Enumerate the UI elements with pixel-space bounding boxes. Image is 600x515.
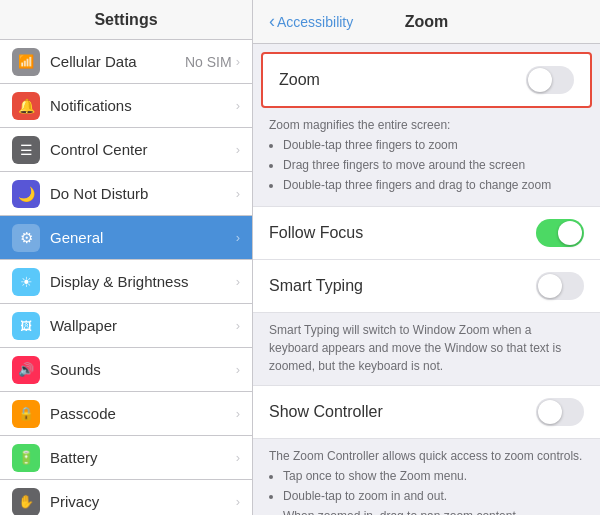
sidebar-item-battery[interactable]: 🔋 Battery › (0, 436, 252, 480)
display-brightness-icon: ☀ (12, 268, 40, 296)
sidebar-label-sounds: Sounds (50, 361, 236, 378)
sidebar-label-privacy: Privacy (50, 493, 236, 510)
smart-typing-description-text: Smart Typing will switch to Window Zoom … (269, 323, 561, 373)
sidebar-item-cellular[interactable]: 📶 Cellular Data No SIM › (0, 40, 252, 84)
passcode-icon: 🔒 (12, 400, 40, 428)
control-center-icon: ☰ (12, 136, 40, 164)
sidebar-label-do-not-disturb: Do Not Disturb (50, 185, 236, 202)
smart-typing-toggle[interactable] (536, 272, 584, 300)
show-controller-knob (538, 400, 562, 424)
show-controller-bullet-1: Tap once to show the Zoom menu. (283, 467, 584, 485)
sidebar: Settings 📶 Cellular Data No SIM › 🔔 Noti… (0, 0, 253, 515)
cellular-icon: 📶 (12, 48, 40, 76)
sidebar-header: Settings (0, 0, 252, 40)
chevron-display-brightness: › (236, 274, 240, 289)
wallpaper-icon: 🖼 (12, 312, 40, 340)
zoom-bullet-2: Drag three fingers to move around the sc… (283, 156, 584, 174)
show-controller-bullet-3: When zoomed in, drag to pan zoom content… (283, 507, 584, 515)
right-panel: ‹ Accessibility Zoom Zoom Zoom magnifies… (253, 0, 600, 515)
chevron-notifications: › (236, 98, 240, 113)
chevron-general: › (236, 230, 240, 245)
general-icon: ⚙ (12, 224, 40, 252)
zoom-toggle-knob (528, 68, 552, 92)
zoom-row[interactable]: Zoom (261, 52, 592, 108)
follow-focus-toggle[interactable] (536, 219, 584, 247)
zoom-description: Zoom magnifies the entire screen: Double… (253, 108, 600, 206)
sidebar-item-control-center[interactable]: ☰ Control Center › (0, 128, 252, 172)
back-button[interactable]: ‹ Accessibility (269, 11, 353, 32)
sidebar-label-passcode: Passcode (50, 405, 236, 422)
sidebar-item-notifications[interactable]: 🔔 Notifications › (0, 84, 252, 128)
sidebar-label-control-center: Control Center (50, 141, 236, 158)
show-controller-row[interactable]: Show Controller (253, 385, 600, 439)
smart-typing-row[interactable]: Smart Typing (253, 260, 600, 313)
chevron-control-center: › (236, 142, 240, 157)
notifications-icon: 🔔 (12, 92, 40, 120)
follow-focus-label: Follow Focus (269, 224, 536, 242)
sounds-icon: 🔊 (12, 356, 40, 384)
zoom-description-title: Zoom magnifies the entire screen: (269, 116, 584, 134)
show-controller-description: The Zoom Controller allows quick access … (253, 439, 600, 515)
sidebar-label-display-brightness: Display & Brightness (50, 273, 236, 290)
show-controller-description-list: Tap once to show the Zoom menu. Double-t… (269, 467, 584, 515)
smart-typing-label: Smart Typing (269, 277, 536, 295)
follow-focus-knob (558, 221, 582, 245)
sidebar-label-wallpaper: Wallpaper (50, 317, 236, 334)
chevron-do-not-disturb: › (236, 186, 240, 201)
sidebar-label-general: General (50, 229, 236, 246)
sidebar-item-do-not-disturb[interactable]: 🌙 Do Not Disturb › (0, 172, 252, 216)
back-chevron-icon: ‹ (269, 11, 275, 32)
show-controller-toggle[interactable] (536, 398, 584, 426)
zoom-row-label: Zoom (279, 71, 526, 89)
smart-typing-knob (538, 274, 562, 298)
sidebar-item-sounds[interactable]: 🔊 Sounds › (0, 348, 252, 392)
zoom-description-list: Double-tap three fingers to zoom Drag th… (269, 136, 584, 194)
zoom-toggle[interactable] (526, 66, 574, 94)
show-controller-group: Show Controller (253, 385, 600, 439)
sidebar-item-privacy[interactable]: ✋ Privacy › (0, 480, 252, 515)
sidebar-item-passcode[interactable]: 🔒 Passcode › (0, 392, 252, 436)
follow-focus-row[interactable]: Follow Focus (253, 206, 600, 260)
show-controller-bullet-2: Double-tap to zoom in and out. (283, 487, 584, 505)
chevron-sounds: › (236, 362, 240, 377)
smart-typing-description: Smart Typing will switch to Window Zoom … (253, 313, 600, 385)
sidebar-label-notifications: Notifications (50, 97, 236, 114)
sidebar-item-general[interactable]: ⚙ General › (0, 216, 252, 260)
show-controller-description-prefix: The Zoom Controller allows quick access … (269, 447, 584, 465)
chevron-cellular: › (236, 54, 240, 69)
zoom-row-container: Zoom (253, 44, 600, 108)
sidebar-item-display-brightness[interactable]: ☀ Display & Brightness › (0, 260, 252, 304)
sidebar-label-cellular: Cellular Data (50, 53, 185, 70)
sidebar-label-battery: Battery (50, 449, 236, 466)
sidebar-value-cellular: No SIM (185, 54, 232, 70)
back-label: Accessibility (277, 14, 353, 30)
chevron-passcode: › (236, 406, 240, 421)
sidebar-title: Settings (94, 11, 157, 29)
chevron-wallpaper: › (236, 318, 240, 333)
zoom-bullet-3: Double-tap three fingers and drag to cha… (283, 176, 584, 194)
focus-typing-group: Follow Focus Smart Typing (253, 206, 600, 313)
chevron-privacy: › (236, 494, 240, 509)
right-panel-title: Zoom (405, 13, 449, 31)
zoom-bullet-1: Double-tap three fingers to zoom (283, 136, 584, 154)
chevron-battery: › (236, 450, 240, 465)
privacy-icon: ✋ (12, 488, 40, 516)
do-not-disturb-icon: 🌙 (12, 180, 40, 208)
battery-icon: 🔋 (12, 444, 40, 472)
show-controller-label: Show Controller (269, 403, 536, 421)
right-header: ‹ Accessibility Zoom (253, 0, 600, 44)
sidebar-item-wallpaper[interactable]: 🖼 Wallpaper › (0, 304, 252, 348)
